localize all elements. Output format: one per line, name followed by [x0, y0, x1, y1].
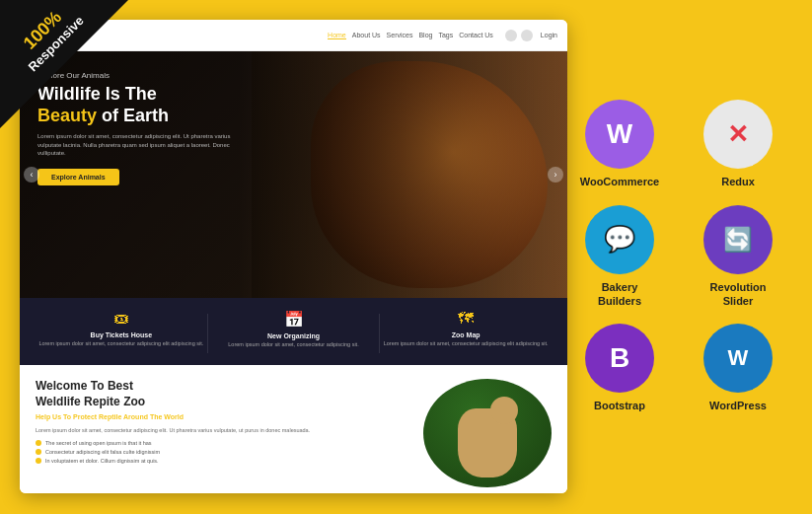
cart-icon[interactable]	[521, 30, 533, 41]
hero-content: Explore Our Animals Wildlife Is The Beau…	[37, 71, 235, 185]
organizing-icon: 📅	[208, 310, 380, 329]
bootstrap-letter: B	[610, 342, 629, 374]
plugins-panel: W WooCommerce ✕ Redux 💬 BakeryBuilders 🔄…	[565, 20, 792, 493]
welcome-bullet-2: Consectetur adipiscing elit falsa culte …	[36, 449, 407, 455]
map-icon: 🗺	[380, 310, 552, 328]
revolution-icon: 🔄	[703, 205, 773, 274]
feature-map-desc: Lorem ipsum dolor sit amet, consectetur …	[380, 340, 552, 348]
feature-tickets-title: Buy Tickets House	[36, 331, 207, 338]
plugins-row-1: W WooCommerce ✕ Redux	[565, 100, 792, 188]
nav-link-tags[interactable]: Tags	[438, 32, 453, 38]
feature-tickets-desc: Lorem ipsum dolor sit amet, consectetur …	[36, 340, 207, 348]
welcome-image	[423, 379, 552, 487]
welcome-description: Lorem ipsum dolor sit amet, consectetur …	[36, 426, 407, 434]
bakery-label: BakeryBuilders	[598, 280, 641, 309]
revolution-symbol: 🔄	[723, 226, 753, 254]
woocommerce-label: WooCommerce	[580, 175, 659, 188]
redux-label: Redux	[721, 175, 755, 188]
plugin-bakery: 💬 BakeryBuilders	[565, 205, 674, 309]
hero-cta-button[interactable]: Explore Animals	[37, 169, 119, 185]
nav-link-about[interactable]: About Us	[352, 32, 381, 38]
nav-links: Home About Us Services Blog Tags Contact…	[328, 32, 493, 39]
hero-description: Lorem ipsum dolor sit amet, consectetur …	[37, 132, 235, 157]
plugin-wordpress: W WordPress	[684, 324, 792, 412]
welcome-bullet-1: The secret of using open ipsum is that i…	[36, 440, 407, 446]
welcome-title: Welcome To BestWeldlife Repite Zoo	[36, 379, 407, 409]
features-bar: 🎟 Buy Tickets House Lorem ipsum dolor si…	[20, 298, 567, 365]
deer-head	[490, 397, 518, 424]
bullet-dot-2	[36, 449, 41, 455]
plugin-redux: ✕ Redux	[684, 100, 792, 188]
bootstrap-icon: B	[585, 324, 654, 393]
feature-organizing-desc: Lorem ipsum dolor sit amet, consectetur …	[208, 341, 380, 349]
plugin-revolution: 🔄 RevolutionSlider	[684, 205, 792, 309]
plugin-bootstrap: B Bootstrap	[565, 324, 674, 412]
nav-link-services[interactable]: Services	[387, 32, 413, 38]
revolution-label: RevolutionSlider	[710, 280, 767, 309]
hero-title: Wildlife Is The Beauty of Earth	[37, 84, 235, 126]
bullet-dot-1	[36, 440, 41, 446]
nav-icons	[505, 30, 533, 41]
feature-map: 🗺 Zoo Map Lorem ipsum dolor sit amet, co…	[380, 310, 552, 348]
search-icon[interactable]	[505, 30, 517, 41]
hero-title-highlight: Beauty	[37, 106, 97, 125]
bootstrap-label: Bootstrap	[594, 399, 645, 412]
bakery-icon: 💬	[585, 205, 654, 274]
redux-x: ✕	[727, 119, 749, 150]
plugins-row-2: 💬 BakeryBuilders 🔄 RevolutionSlider	[565, 205, 792, 309]
nav-link-contact[interactable]: Contact Us	[459, 32, 493, 38]
bullet-dot-3	[36, 458, 41, 464]
bakery-symbol: 💬	[604, 224, 635, 255]
redux-icon: ✕	[703, 100, 773, 169]
hero-title-line2: of Earth	[102, 106, 169, 125]
welcome-text: Welcome To BestWeldlife Repite Zoo Help …	[36, 379, 407, 487]
nav-login[interactable]: Login	[541, 32, 557, 38]
plugins-row-3: B Bootstrap W WordPress	[565, 324, 792, 412]
wordpress-label: WordPress	[709, 399, 767, 412]
feature-organizing: 📅 New Organizing Lorem ipsum dolor sit a…	[208, 310, 380, 349]
welcome-section: Welcome To BestWeldlife Repite Zoo Help …	[20, 365, 567, 493]
welcome-bullet-3: In voluptatem et dolor. Cillum dignissim…	[36, 458, 407, 464]
website-preview: 🦋 Wildlife Home About Us Services Blog T…	[20, 20, 567, 493]
wp-letter: W	[728, 345, 749, 371]
nav-link-home[interactable]: Home	[328, 32, 346, 39]
feature-tickets: 🎟 Buy Tickets House Lorem ipsum dolor si…	[36, 310, 207, 348]
welcome-subtitle: Help Us To Protect Reptile Around The Wo…	[36, 413, 407, 420]
hero-prev-arrow[interactable]: ‹	[24, 167, 39, 183]
wordpress-icon: W	[703, 324, 773, 393]
hero-subtitle: Explore Our Animals	[37, 71, 235, 80]
hero-section: Explore Our Animals Wildlife Is The Beau…	[20, 51, 567, 298]
hero-title-line1: Wildlife Is The	[37, 84, 157, 104]
hero-next-arrow[interactable]: ›	[548, 167, 563, 183]
feature-map-title: Zoo Map	[380, 331, 552, 338]
plugin-woocommerce: W WooCommerce	[565, 100, 674, 188]
feature-organizing-title: New Organizing	[208, 332, 380, 339]
woo-letter: W	[607, 118, 632, 150]
tickets-icon: 🎟	[36, 310, 207, 328]
woocommerce-icon: W	[585, 100, 654, 169]
nav-link-blog[interactable]: Blog	[418, 32, 432, 38]
